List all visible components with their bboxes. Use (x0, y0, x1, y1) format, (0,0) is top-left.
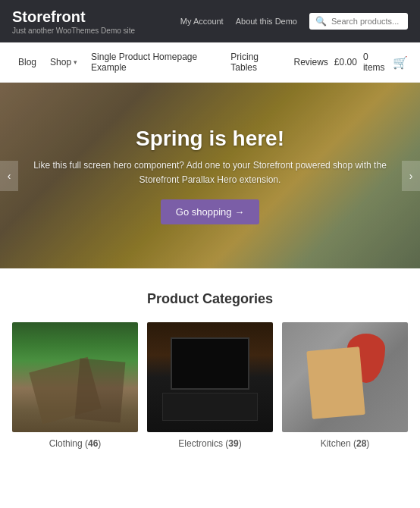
category-electronics[interactable]: Electronics (39) (147, 322, 273, 449)
nav-single-product[interactable]: Single Product Homepage Example (85, 42, 223, 82)
search-bar[interactable]: 🔍 (309, 13, 408, 30)
categories-grid: Clothing (46) Electronics (39) Kitchen (… (12, 322, 408, 449)
search-input[interactable] (331, 17, 402, 26)
kitchen-image (282, 322, 408, 432)
about-demo-link[interactable]: About this Demo (236, 17, 297, 26)
categories-title: Product Categories (12, 291, 408, 307)
hero-section: ‹ Spring is here! Like this full screen … (0, 83, 420, 268)
clothing-image (12, 322, 138, 432)
nav-bar: Blog Shop ▾ Single Product Homepage Exam… (0, 42, 420, 83)
top-nav: My Account About this Demo 🔍 (180, 13, 408, 30)
search-icon: 🔍 (315, 16, 327, 27)
hero-cta-button[interactable]: Go shopping → (161, 199, 259, 224)
cart-count: 0 items (363, 52, 387, 73)
site-tagline: Just another WooThemes Demo site (12, 27, 135, 35)
category-kitchen[interactable]: Kitchen (28) (282, 322, 408, 449)
kitchen-label: Kitchen (28) (282, 438, 408, 449)
clothing-label: Clothing (46) (12, 438, 138, 449)
nav-shop[interactable]: Shop ▾ (44, 48, 83, 77)
nav-pricing[interactable]: Pricing Tables (224, 42, 286, 82)
hero-content: Spring is here! Like this full screen he… (0, 127, 420, 224)
cart-icon: 🛒 (393, 55, 408, 70)
nav-reviews[interactable]: Reviews (288, 48, 334, 77)
hero-description: Like this full screen hero component? Ad… (30, 158, 390, 187)
top-bar: Storefront Just another WooThemes Demo s… (0, 0, 420, 42)
site-brand: Storefront Just another WooThemes Demo s… (12, 8, 135, 35)
categories-section: Product Categories Clothing (46) Electro… (0, 268, 420, 464)
electronics-image (147, 322, 273, 432)
cart-area[interactable]: £0.00 0 items 🛒 (334, 52, 408, 73)
hero-next-button[interactable]: › (402, 161, 420, 191)
electronics-label: Electronics (39) (147, 438, 273, 449)
nav-blog[interactable]: Blog (12, 48, 42, 77)
nav-left: Blog Shop ▾ Single Product Homepage Exam… (12, 42, 334, 82)
hero-title: Spring is here! (30, 127, 390, 151)
my-account-link[interactable]: My Account (180, 17, 224, 26)
category-clothing[interactable]: Clothing (46) (12, 322, 138, 449)
hero-prev-button[interactable]: ‹ (0, 161, 18, 191)
shop-chevron-icon: ▾ (74, 58, 77, 66)
site-title: Storefront (12, 8, 135, 26)
cart-amount: £0.00 (334, 57, 357, 67)
